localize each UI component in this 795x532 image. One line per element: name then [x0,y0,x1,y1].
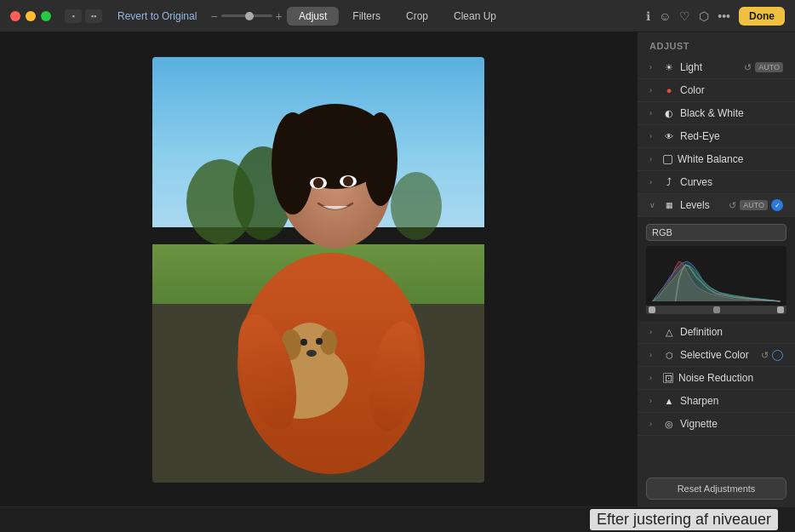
zoom-out-icon[interactable]: − [210,9,217,23]
adjust-item-black-white[interactable]: › ◐ Black & White [638,102,795,125]
sharpen-label: Sharpen [680,395,783,407]
rgb-channel-selector[interactable]: RGB Red Green Blue Luminance [646,224,786,241]
adjust-item-noise-reduction[interactable]: › ⊡ Noise Reduction [638,367,795,390]
definition-icon: △ [663,326,675,338]
more-icon[interactable]: ••• [718,9,730,23]
selective-color-reset-icon[interactable]: ↺ [761,350,769,361]
svg-point-11 [300,339,307,346]
photo-container [152,57,484,483]
sharpen-icon: ▲ [663,395,675,407]
caption-text: Efter justering af niveauer [590,509,778,530]
minimize-button[interactable] [26,11,36,21]
heart-icon[interactable]: ♡ [679,9,690,23]
adjust-item-levels[interactable]: ∨ ▦ Levels ↺ AUTO ✓ [638,194,795,217]
chevron-right-icon: › [649,155,658,163]
zoom-track[interactable] [221,14,272,17]
noise-reduction-icon: ⊡ [663,373,673,383]
chevron-right-icon: › [649,86,658,94]
histogram-white-point-handle[interactable] [777,306,784,313]
selective-color-label: Selective Color [680,349,756,361]
right-panel: ADJUST › ☀ Light ↺ AUTO › ● Color › [637,32,795,506]
levels-label: Levels [680,199,724,211]
zoom-in-icon[interactable]: + [276,9,283,23]
light-actions: ↺ AUTO [744,62,783,73]
vignette-icon: ◎ [663,418,675,430]
reset-adjustments-button[interactable]: Reset Adjustments [646,478,786,500]
svg-point-20 [363,112,398,206]
adjust-item-light[interactable]: › ☀ Light ↺ AUTO [638,56,795,79]
svg-point-10 [320,329,337,355]
tab-filters[interactable]: Filters [340,7,392,26]
adjust-item-red-eye[interactable]: › 👁 Red-Eye [638,125,795,148]
black-white-label: Black & White [680,107,783,119]
chevron-down-icon: ∨ [649,201,658,209]
white-balance-label: White Balance [678,153,783,165]
adjust-item-definition[interactable]: › △ Definition [638,321,795,344]
zoom-thumb[interactable] [245,12,254,20]
panel-header: ADJUST [638,32,795,56]
emoji-icon[interactable]: ☺ [659,9,671,23]
main-content: ADJUST › ☀ Light ↺ AUTO › ● Color › [0,32,795,506]
levels-section: RGB Red Green Blue Luminance [638,217,795,321]
zoom-slider: − + [210,9,282,23]
photo-area [0,32,637,506]
adjust-item-selective-color[interactable]: › ⬡ Selective Color ↺ [638,344,795,367]
levels-actions: ↺ AUTO ✓ [729,199,783,211]
red-eye-label: Red-Eye [680,130,783,142]
fullscreen-button[interactable] [41,11,51,21]
light-icon: ☀ [663,61,675,73]
svg-point-22 [313,178,323,188]
selective-color-icon: ⬡ [663,349,675,361]
selective-color-actions: ↺ [761,350,783,361]
chevron-right-icon: › [649,109,658,117]
color-label: Color [680,84,783,96]
svg-point-12 [316,338,323,345]
adjust-item-color[interactable]: › ● Color [638,79,795,102]
histogram-chart [646,246,786,306]
titlebar: ▪ ▪▪ Revert to Original − + Adjust Filte… [0,0,795,32]
histogram-svg [646,246,786,306]
light-reset-icon[interactable]: ↺ [744,62,752,73]
adjust-item-vignette[interactable]: › ◎ Vignette [638,413,795,436]
tab-crop[interactable]: Crop [394,7,440,26]
red-eye-icon: 👁 [663,130,675,142]
svg-point-24 [343,176,353,186]
vignette-label: Vignette [680,418,783,430]
done-button[interactable]: Done [739,7,785,26]
adjust-item-curves[interactable]: › ⤴ Curves [638,171,795,194]
levels-reset-icon[interactable]: ↺ [729,200,736,211]
chevron-right-icon: › [649,420,658,428]
window-layout-icons: ▪ ▪▪ [65,9,102,23]
nav-tabs: Adjust Filters Crop Clean Up [287,7,508,26]
curves-label: Curves [680,176,783,188]
levels-auto-badge[interactable]: AUTO [740,200,768,210]
color-icon: ● [663,84,675,96]
selective-color-circle-icon[interactable] [772,350,783,361]
levels-enabled-icon[interactable]: ✓ [771,199,783,211]
black-white-icon: ◐ [663,107,675,119]
info-icon[interactable]: ℹ [646,9,650,23]
histogram-midtone-handle[interactable] [713,306,720,313]
chevron-right-icon: › [649,397,658,405]
svg-point-3 [391,172,442,240]
close-button[interactable] [10,11,20,21]
layout-split-icon[interactable]: ▪▪ [85,9,102,23]
chevron-right-icon: › [649,63,658,72]
adjust-list: › ☀ Light ↺ AUTO › ● Color › ◐ Black & W… [638,56,795,471]
layout-single-icon[interactable]: ▪ [65,9,82,23]
curves-icon: ⤴ [663,176,675,188]
tab-adjust[interactable]: Adjust [287,7,339,26]
tab-cleanup[interactable]: Clean Up [442,7,508,26]
light-label: Light [680,61,739,73]
chevron-right-icon: › [649,374,658,382]
chevron-right-icon: › [649,132,658,140]
share-icon[interactable]: ⬡ [699,9,709,23]
histogram-black-point-handle[interactable] [649,306,655,313]
adjust-item-white-balance[interactable]: › White Balance [638,148,795,171]
svg-point-13 [306,350,317,357]
white-balance-icon [663,155,672,164]
definition-label: Definition [680,326,783,338]
adjust-item-sharpen[interactable]: › ▲ Sharpen [638,390,795,413]
light-auto-badge[interactable]: AUTO [755,62,783,72]
revert-button[interactable]: Revert to Original [117,10,197,22]
